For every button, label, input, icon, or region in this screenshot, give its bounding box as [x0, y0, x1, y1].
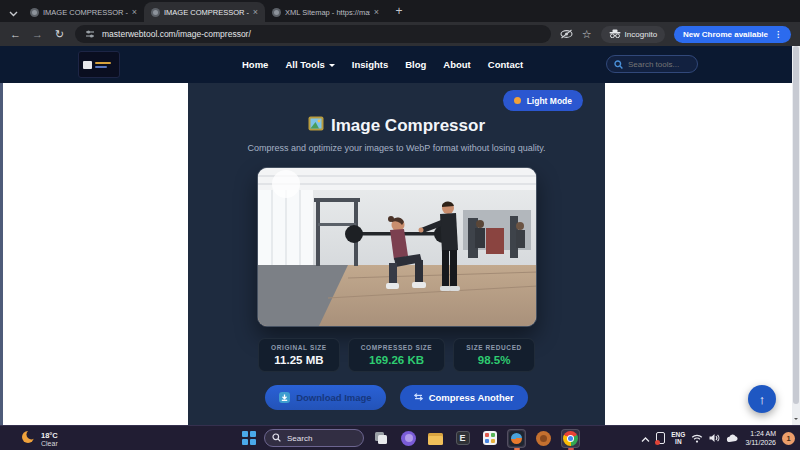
- url-text: masterwebtool.com/image-compressor/: [102, 29, 251, 39]
- stat-label: COMPRESSED SIZE: [361, 344, 432, 351]
- search-icon: [272, 433, 281, 444]
- browser-tab[interactable]: IMAGE COMPRESSOR - https:// ×: [23, 2, 144, 22]
- chrome-button[interactable]: [561, 429, 580, 448]
- clock[interactable]: 1:24 AM 3/11/2026: [745, 429, 776, 447]
- menu-dots-icon[interactable]: ⋮: [774, 30, 782, 39]
- file-explorer-button[interactable]: [426, 429, 445, 448]
- tools-search-input[interactable]: [628, 60, 690, 69]
- compression-stats: ORIGINAL SIZE 11.25 MB COMPRESSED SIZE 1…: [188, 338, 605, 372]
- system-tray: ENG IN 1:24 AM 3/11/2026 1: [641, 426, 795, 450]
- logo-text-lines: [95, 62, 111, 68]
- tab-search-button[interactable]: [3, 2, 23, 21]
- site-navbar: Home All Tools Insights Blog About Conta…: [0, 46, 800, 83]
- tray-time: 1:24 AM: [745, 429, 776, 438]
- nav-item-about[interactable]: About: [443, 59, 470, 70]
- weather-temp: 18°C: [41, 431, 58, 440]
- notification-badge[interactable]: 1: [782, 432, 795, 445]
- e-app-button[interactable]: E: [453, 429, 472, 448]
- light-mode-toggle[interactable]: Light Mode: [503, 90, 583, 111]
- tab-favicon-globe-icon: [30, 8, 39, 17]
- stat-value: 11.25 MB: [271, 354, 327, 366]
- incognito-label: Incognito: [625, 30, 657, 39]
- nav-item-blog[interactable]: Blog: [405, 59, 426, 70]
- compress-another-button[interactable]: Compress Another: [400, 385, 528, 410]
- stat-value: 98.5%: [466, 354, 522, 366]
- compressed-image-preview: [257, 167, 537, 327]
- tab-favicon-globe-icon: [272, 8, 281, 17]
- back-button[interactable]: ←: [9, 28, 22, 40]
- browser-tab-strip: IMAGE COMPRESSOR - https:// × IMAGE COMP…: [0, 0, 800, 22]
- running-indicator: [514, 448, 520, 450]
- dropdown-caret-icon: [329, 64, 335, 70]
- page-title-text: Image Compressor: [331, 116, 485, 136]
- taskbar-search-box[interactable]: Search: [264, 429, 364, 447]
- cloud-icon[interactable]: [726, 429, 739, 447]
- chart-app-button[interactable]: [507, 429, 526, 448]
- language-indicator[interactable]: ENG IN: [671, 431, 685, 446]
- gym-photo-illustration: [258, 168, 537, 327]
- task-view-button[interactable]: [372, 429, 391, 448]
- new-tab-button[interactable]: +: [390, 2, 408, 20]
- tray-date: 3/11/2026: [745, 438, 776, 447]
- browser-tab-active[interactable]: IMAGE COMPRESSOR - https:// ×: [144, 2, 265, 22]
- nav-item-insights[interactable]: Insights: [352, 59, 388, 70]
- close-icon[interactable]: ×: [253, 8, 258, 17]
- phone-link-icon[interactable]: [656, 432, 665, 444]
- tray-chevron-up-icon[interactable]: [641, 429, 650, 447]
- purple-app-icon: [401, 431, 416, 446]
- sun-dot-icon: [514, 97, 521, 104]
- browser-toolbar: ← → ↻ masterwebtool.com/image-compressor…: [0, 22, 800, 46]
- close-icon[interactable]: ×: [132, 8, 137, 17]
- windows-start-button[interactable]: [242, 431, 256, 445]
- nav-item-home[interactable]: Home: [242, 59, 268, 70]
- scrollbar-thumb[interactable]: [793, 46, 799, 404]
- chrome-update-button[interactable]: New Chrome available ⋮: [674, 26, 791, 43]
- nav-item-all-tools-label: All Tools: [285, 59, 324, 70]
- grid-app-button[interactable]: [480, 429, 499, 448]
- download-image-button[interactable]: Download Image: [265, 385, 385, 410]
- up-arrow-icon: ↑: [759, 392, 766, 407]
- address-bar[interactable]: masterwebtool.com/image-compressor/: [75, 25, 551, 43]
- moon-icon: [20, 429, 36, 449]
- bookmark-star-icon[interactable]: ☆: [582, 28, 592, 41]
- volume-icon[interactable]: [709, 429, 720, 447]
- close-icon[interactable]: ×: [374, 8, 379, 17]
- chevron-down-icon: [9, 3, 18, 21]
- weather-widget[interactable]: 18°C Clear: [20, 429, 58, 449]
- stat-original-size: ORIGINAL SIZE 11.25 MB: [258, 338, 340, 372]
- compress-another-label: Compress Another: [429, 392, 514, 403]
- eye-off-icon[interactable]: [560, 25, 573, 43]
- chart-app-icon: [509, 431, 524, 446]
- tool-panel: Light Mode Image Compressor Compress and…: [188, 83, 605, 425]
- stat-size-reduced: SIZE REDUCED 98.5%: [453, 338, 535, 372]
- tools-search-box[interactable]: [606, 55, 698, 73]
- download-icon: [279, 392, 290, 403]
- site-info-icon[interactable]: [85, 25, 95, 43]
- nav-item-all-tools[interactable]: All Tools: [285, 59, 334, 70]
- orange-app-button[interactable]: [534, 429, 553, 448]
- page-scrollbar[interactable]: [792, 46, 800, 425]
- e-app-icon: E: [456, 431, 470, 445]
- incognito-indicator: Incognito: [601, 26, 665, 43]
- browser-tab[interactable]: XML Sitemap - https://masterw ×: [265, 2, 386, 22]
- logo-mark-icon: [83, 61, 92, 69]
- light-mode-label: Light Mode: [527, 96, 572, 106]
- site-logo[interactable]: [78, 51, 120, 78]
- forward-button[interactable]: →: [31, 28, 44, 40]
- orange-app-icon: [536, 431, 551, 446]
- wifi-icon[interactable]: [691, 429, 703, 447]
- stat-compressed-size: COMPRESSED SIZE 169.26 KB: [348, 338, 445, 372]
- incognito-icon: [609, 29, 621, 40]
- scroll-to-top-button[interactable]: ↑: [748, 385, 776, 413]
- purple-app-button[interactable]: [399, 429, 418, 448]
- tab-favicon-globe-icon: [151, 8, 160, 17]
- tab-title: XML Sitemap - https://masterw: [285, 8, 370, 17]
- nav-item-contact[interactable]: Contact: [488, 59, 523, 70]
- chrome-update-label: New Chrome available: [683, 30, 768, 39]
- scrollbar-down-arrow-icon[interactable]: [794, 418, 798, 422]
- reload-button[interactable]: ↻: [53, 28, 66, 41]
- screen: IMAGE COMPRESSOR - https:// × IMAGE COMP…: [0, 0, 800, 450]
- framed-picture-emoji-icon: [308, 116, 324, 136]
- windows-taskbar: 18°C Clear Search: [0, 425, 800, 450]
- chrome-icon: [563, 431, 578, 446]
